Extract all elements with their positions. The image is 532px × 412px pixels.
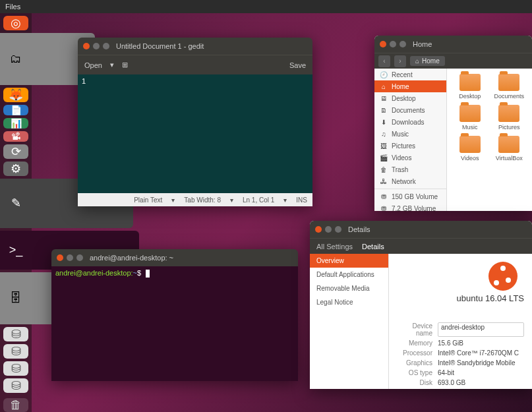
folder-videos[interactable]: Videos (452, 136, 488, 162)
details-window[interactable]: Details All Settings Details Overview De… (310, 221, 532, 389)
launcher-settings[interactable]: ⚙ (3, 162, 28, 176)
status-insertmode: INS (296, 196, 307, 204)
files-titlebar[interactable]: Home (374, 36, 532, 53)
gedit-titlebar[interactable]: Untitled Document 1 - gedit (78, 38, 312, 55)
minimize-button[interactable] (390, 41, 396, 47)
top-panel-label: Files (5, 3, 20, 11)
gedit-window[interactable]: Untitled Document 1 - gedit Open ▾ ⊞ Sav… (78, 38, 312, 206)
launcher-impress[interactable]: 📽 (3, 131, 28, 142)
sidebar-item-home[interactable]: ⌂Home (374, 80, 446, 92)
ostype-value: 64-bit (438, 369, 524, 376)
open-button[interactable]: Open (84, 61, 102, 69)
status-tabwidth[interactable]: Tab Width: 8 (184, 196, 221, 204)
minimize-button[interactable] (325, 226, 332, 233)
cursor (146, 270, 150, 278)
launcher-drive-1[interactable]: ⛁ (3, 327, 28, 341)
sidebar-item-trash[interactable]: 🗑Trash (374, 163, 446, 175)
drive-icon: ⛁ (11, 361, 21, 376)
launcher-drive-2[interactable]: ⛁ (3, 344, 28, 359)
sidebar-item-recent[interactable]: 🕘Recent (374, 69, 446, 80)
processor-label: Processor (397, 349, 438, 357)
folder-virtualbox[interactable]: VirtualBox (492, 136, 527, 162)
tab-overview[interactable]: Overview (310, 254, 388, 268)
back-button[interactable]: ‹ (378, 55, 390, 67)
chevron-down-icon[interactable]: ▾ (171, 196, 175, 204)
gedit-statusbar: Plain Text▾ Tab Width: 8▾ Ln 1, Col 1▾ I… (78, 193, 312, 206)
folder-pictures[interactable]: Pictures (492, 105, 527, 131)
sidebar-item-videos[interactable]: 🎬Videos (374, 152, 446, 163)
launcher-dash[interactable]: ◎ (3, 16, 28, 30)
folder-documents[interactable]: Documents (492, 74, 527, 100)
folder-desktop[interactable]: Desktop (452, 74, 488, 100)
close-button[interactable] (57, 254, 63, 261)
details-title: Details (348, 225, 370, 233)
tab-default-apps[interactable]: Default Applications (310, 268, 388, 281)
folder-music[interactable]: Music (452, 105, 488, 131)
drive-icon: ⛁ (11, 327, 21, 341)
close-button[interactable] (83, 43, 90, 49)
close-button[interactable] (380, 41, 386, 47)
sidebar-item-network[interactable]: 🖧Network (374, 175, 446, 187)
nav-all-settings[interactable]: All Settings (316, 243, 353, 250)
folder-icon (459, 74, 481, 91)
graphics-label: Graphics (397, 359, 438, 367)
breadcrumb-home[interactable]: ⌂ Home (410, 56, 445, 66)
desktop-icon: 🖥 (380, 94, 388, 102)
maximize-button[interactable] (76, 254, 83, 261)
terminal-titlebar[interactable]: andrei@andrei-desktop: ~ (51, 249, 298, 266)
minimize-button[interactable] (93, 43, 100, 49)
tab-legal-notice[interactable]: Legal Notice (310, 295, 388, 309)
sidebar-device-150gb[interactable]: ⛃150 GB Volume (374, 191, 446, 202)
terminal-body[interactable]: andrei@andrei-desktop:~$ (51, 266, 298, 381)
ubuntu-icon: ◎ (11, 16, 21, 30)
top-panel: Files (0, 0, 532, 13)
writer-icon: 📄 (11, 105, 22, 115)
breadcrumb-label: Home (422, 57, 440, 65)
chevron-down-icon[interactable]: ▾ (230, 196, 233, 204)
devicename-label: Device name (397, 322, 438, 337)
chevron-down-icon[interactable]: ▾ (283, 196, 287, 204)
launcher-firefox[interactable]: 🦊 (3, 88, 28, 102)
files-grid[interactable]: Desktop Documents Music Pictures Videos … (447, 69, 532, 211)
new-tab-icon[interactable]: ⊞ (122, 61, 128, 69)
details-titlebar[interactable]: Details (310, 221, 532, 238)
sidebar-item-desktop[interactable]: 🖥Desktop (374, 92, 446, 104)
maximize-button[interactable] (399, 41, 406, 47)
gedit-editor[interactable]: 1 (78, 74, 312, 193)
launcher-software-updater[interactable]: ⟳ (3, 144, 28, 159)
nav-details[interactable]: Details (362, 243, 384, 250)
folder-icon (498, 136, 519, 153)
chevron-down-icon[interactable]: ▾ (110, 61, 114, 69)
videos-icon: 🎬 (380, 154, 388, 162)
launcher-calc[interactable]: 📊 (3, 118, 28, 129)
window-controls (57, 254, 83, 261)
sidebar-item-downloads[interactable]: ⬇Downloads (374, 116, 446, 128)
folder-icon (498, 105, 519, 122)
launcher-drive-3[interactable]: ⛁ (3, 361, 28, 376)
files-pathbar: ‹ › ⌂ Home (374, 53, 532, 69)
launcher-drive-4[interactable]: ⛁ (3, 378, 28, 393)
devicename-field[interactable]: andrei-desktop (438, 322, 524, 337)
sidebar-item-music[interactable]: ♫Music (374, 128, 446, 140)
tab-removable-media[interactable]: Removable Media (310, 281, 388, 295)
folder-icon (459, 136, 481, 153)
close-button[interactable] (315, 226, 322, 233)
maximize-button[interactable] (335, 226, 341, 233)
drive-icon: ⛃ (380, 204, 388, 211)
disk-value: 693.0 GB (438, 379, 524, 386)
sidebar-device-7gb[interactable]: ⛃7.2 GB Volume (374, 202, 446, 211)
home-icon: ⌂ (380, 82, 388, 90)
sidebar-item-documents[interactable]: 🗎Documents (374, 104, 446, 116)
terminal-window[interactable]: andrei@andrei-desktop: ~ andrei@andrei-d… (51, 249, 298, 381)
line-number: 1 (82, 77, 86, 85)
save-button[interactable]: Save (289, 61, 306, 69)
files-window[interactable]: Home ‹ › ⌂ Home 🕘Recent ⌂Home 🖥Desktop 🗎… (374, 36, 532, 211)
minimize-button[interactable] (67, 254, 73, 261)
prompt-end: $ (137, 269, 141, 277)
maximize-button[interactable] (103, 43, 109, 49)
launcher-trash[interactable]: 🗑 (3, 398, 28, 412)
forward-button[interactable]: › (394, 55, 406, 67)
sidebar-item-pictures[interactable]: 🖼Pictures (374, 140, 446, 152)
status-language[interactable]: Plain Text (134, 196, 162, 204)
launcher-writer[interactable]: 📄 (3, 105, 28, 115)
